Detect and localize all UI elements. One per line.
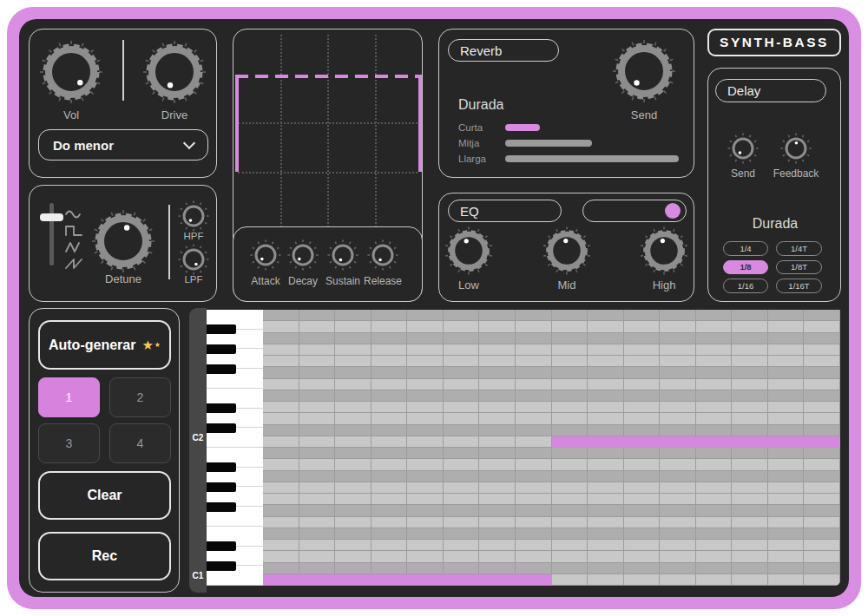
grid-cell[interactable] — [588, 344, 624, 356]
grid-cell[interactable] — [696, 321, 733, 332]
delay-send-knob[interactable] — [727, 133, 759, 167]
grid-cell[interactable] — [768, 528, 805, 540]
grid-cell[interactable] — [696, 574, 733, 586]
grid-cell[interactable] — [444, 390, 480, 402]
grid-cell[interactable] — [624, 344, 661, 356]
grid-cell[interactable] — [372, 505, 408, 516]
grid-cell[interactable] — [768, 321, 805, 332]
black-key[interactable] — [207, 541, 236, 551]
grid-cell[interactable] — [263, 310, 299, 321]
grid-cell[interactable] — [299, 379, 336, 390]
grid-cell[interactable] — [263, 448, 299, 459]
grid-cell[interactable] — [696, 310, 733, 321]
grid-cell[interactable] — [335, 471, 372, 482]
black-key[interactable] — [207, 403, 236, 413]
grid-cell[interactable] — [299, 563, 336, 574]
grid-cell[interactable] — [552, 471, 589, 482]
grid-cell[interactable] — [407, 436, 444, 448]
grid-cell[interactable] — [299, 471, 336, 482]
grid-cell[interactable] — [804, 367, 840, 378]
reverb-durada-bar[interactable] — [505, 155, 679, 162]
grid-cell[interactable] — [444, 448, 480, 459]
grid-cell[interactable] — [335, 356, 372, 367]
grid-cell[interactable] — [696, 344, 733, 356]
grid-cell[interactable] — [732, 310, 768, 321]
grid-cell[interactable] — [516, 367, 552, 378]
black-key[interactable] — [207, 502, 236, 512]
grid-cell[interactable] — [516, 471, 552, 482]
grid-cell[interactable] — [372, 425, 408, 436]
grid-cell[interactable] — [263, 344, 299, 356]
grid-cell[interactable] — [479, 425, 516, 436]
grid-cell[interactable] — [444, 471, 480, 482]
grid-cell[interactable] — [444, 367, 480, 378]
grid-cell[interactable] — [552, 321, 589, 332]
grid-cell[interactable] — [263, 505, 299, 516]
grid-cell[interactable] — [372, 540, 408, 551]
grid-cell[interactable] — [588, 505, 624, 516]
grid-cell[interactable] — [588, 551, 624, 562]
grid-cell[interactable] — [804, 356, 840, 367]
black-key[interactable] — [207, 364, 236, 374]
grid-cell[interactable] — [732, 333, 768, 344]
black-key[interactable] — [207, 423, 236, 433]
grid-cell[interactable] — [479, 379, 516, 390]
grid-cell[interactable] — [516, 459, 552, 470]
grid-cell[interactable] — [624, 551, 661, 562]
grid-cell[interactable] — [696, 494, 733, 505]
grid-cell[interactable] — [263, 436, 299, 448]
grid-cell[interactable] — [732, 413, 768, 424]
delay-feedback-knob[interactable] — [780, 133, 812, 167]
grid-cell[interactable] — [335, 436, 372, 448]
grid-cell[interactable] — [299, 505, 336, 516]
black-key[interactable] — [207, 324, 236, 334]
grid-cell[interactable] — [299, 321, 336, 332]
grid-cell[interactable] — [552, 402, 589, 413]
reverb-durada-bar[interactable] — [505, 140, 592, 147]
grid-cell[interactable] — [335, 505, 372, 516]
wave-slider-track[interactable] — [49, 203, 54, 265]
grid-cell[interactable] — [407, 321, 444, 332]
grid-cell[interactable] — [299, 413, 336, 424]
grid-cell[interactable] — [732, 551, 768, 562]
grid-cell[interactable] — [696, 505, 733, 516]
grid-cell[interactable] — [624, 425, 661, 436]
pattern-slot-3[interactable]: 3 — [38, 423, 100, 463]
grid-cell[interactable] — [479, 505, 516, 516]
grid-cell[interactable] — [768, 402, 805, 413]
grid-cell[interactable] — [444, 505, 480, 516]
grid-cell[interactable] — [372, 310, 408, 321]
grid-cell[interactable] — [335, 333, 372, 344]
grid-cell[interactable] — [516, 402, 552, 413]
vol-knob[interactable] — [38, 39, 104, 108]
grid-cell[interactable] — [516, 494, 552, 505]
grid-cell[interactable] — [263, 482, 299, 494]
grid-cell[interactable] — [299, 390, 336, 402]
grid-cell[interactable] — [263, 390, 299, 402]
grid-cell[interactable] — [372, 333, 408, 344]
note-c2[interactable] — [552, 436, 841, 448]
grid-cell[interactable] — [479, 448, 516, 459]
grid-cell[interactable] — [660, 310, 696, 321]
grid-cell[interactable] — [299, 367, 336, 378]
grid-cell[interactable] — [479, 551, 516, 562]
grid-cell[interactable] — [263, 379, 299, 390]
grid-cell[interactable] — [444, 425, 480, 436]
grid-cell[interactable] — [732, 494, 768, 505]
grid-cell[interactable] — [660, 390, 696, 402]
grid-cell[interactable] — [407, 494, 444, 505]
grid-cell[interactable] — [516, 528, 552, 540]
grid-cell[interactable] — [552, 494, 589, 505]
grid-cell[interactable] — [444, 379, 480, 390]
grid-cell[interactable] — [768, 551, 805, 562]
grid-cell[interactable] — [299, 402, 336, 413]
grid-cell[interactable] — [335, 425, 372, 436]
grid-cell[interactable] — [552, 574, 589, 586]
grid-cell[interactable] — [516, 413, 552, 424]
grid-cell[interactable] — [624, 333, 661, 344]
grid-cell[interactable] — [407, 459, 444, 470]
wave-slider-handle[interactable] — [40, 213, 63, 221]
attack-knob[interactable] — [245, 239, 286, 274]
grid-cell[interactable] — [552, 540, 589, 551]
grid-cell[interactable] — [372, 563, 408, 574]
